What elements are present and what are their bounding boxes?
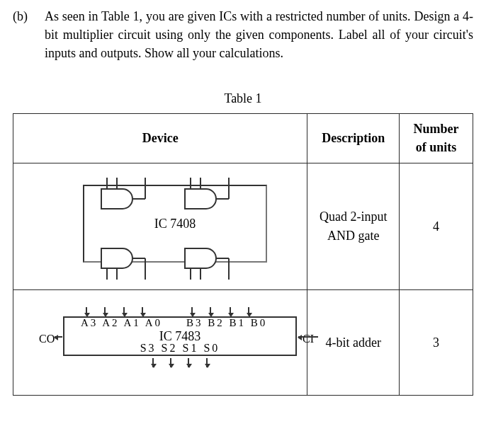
device-cell-7408: IC 7408 xyxy=(13,163,307,289)
question-text: As seen in Table 1, you are given ICs wi… xyxy=(45,7,473,62)
arrow-in-icon xyxy=(86,307,87,316)
ic7483-outline: A3 A2 A1 A0 B3 B2 B1 B0 IC 7483 S3 S2 S1… xyxy=(63,316,297,356)
description-cell: Quad 2-input AND gate xyxy=(307,163,400,289)
arrow-in-icon xyxy=(191,307,193,316)
and-gate-icon xyxy=(181,247,242,281)
arrow-out-icon xyxy=(170,358,171,367)
arrow-in-icon xyxy=(104,307,106,316)
ci-label: CI xyxy=(303,331,314,347)
table-row: A3 A2 A1 A0 B3 B2 B1 B0 IC 7483 S3 S2 S1… xyxy=(13,289,473,395)
arrow-in-icon xyxy=(210,307,211,316)
units-cell: 3 xyxy=(400,289,473,395)
arrow-left-icon xyxy=(298,336,318,338)
arrow-in-icon xyxy=(142,307,143,316)
col-description-header: Description xyxy=(307,114,400,163)
table-caption: Table 1 xyxy=(13,89,473,108)
and-gate-icon xyxy=(181,176,242,210)
device-cell-7483: A3 A2 A1 A0 B3 B2 B1 B0 IC 7483 S3 S2 S1… xyxy=(13,289,307,395)
arrow-in-icon xyxy=(230,307,231,316)
units-cell: 4 xyxy=(400,163,473,289)
description-cell: 4-bit adder xyxy=(307,289,400,395)
co-label: CO xyxy=(39,331,55,347)
col-units-header: Number of units xyxy=(400,114,473,163)
arrow-left-icon xyxy=(55,336,62,338)
and-gate-icon xyxy=(97,176,158,210)
arrow-in-icon xyxy=(248,307,249,316)
ic7483-a-inputs: A3 A2 A1 A0 xyxy=(81,316,162,331)
ic7483-s-outputs: S3 S2 S1 S0 xyxy=(140,340,220,356)
components-table: Device Description Number of units IC 74… xyxy=(13,113,473,395)
col-device-header: Device xyxy=(13,114,307,163)
arrow-out-icon xyxy=(152,358,154,367)
arrow-in-icon xyxy=(123,307,125,316)
arrow-out-icon xyxy=(188,358,189,367)
ic7408-label: IC 7408 xyxy=(154,214,196,233)
table-row: IC 7408 xyxy=(13,163,473,289)
and-gate-icon xyxy=(97,247,158,281)
question-row: (b) As seen in Table 1, you are given IC… xyxy=(13,7,473,62)
arrow-out-icon xyxy=(206,358,208,367)
question-label: (b) xyxy=(13,7,28,25)
